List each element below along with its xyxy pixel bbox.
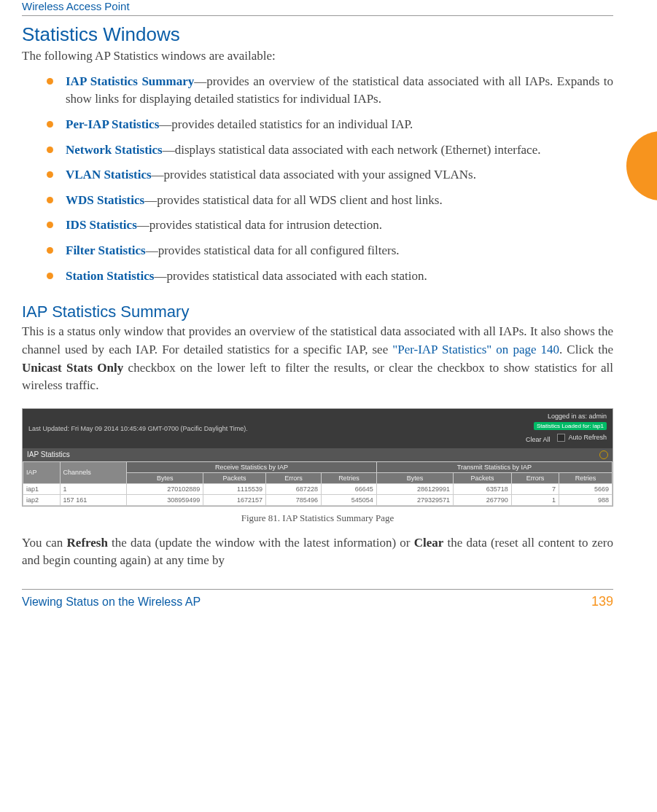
bullet-rest: —provides statistical data for all WDS c… [144, 193, 443, 207]
col-errors: Errors [265, 472, 321, 483]
para-text: the data (update the window with the lat… [108, 536, 414, 550]
section-title: Statistics Windows [22, 23, 613, 46]
list-item: IDS Statistics—provides statistical data… [47, 216, 613, 235]
bullet-term: Per-IAP Statistics [66, 117, 159, 131]
list-item: Station Statistics—provides statistical … [47, 268, 613, 286]
closing-paragraph: You can Refresh the data (update the win… [22, 534, 613, 570]
cell: iap2 [23, 494, 61, 505]
cell: 308959499 [127, 494, 203, 505]
cell: 270102889 [127, 483, 203, 494]
cell: 687228 [265, 483, 321, 494]
logged-in-label: Logged in as: admin [526, 412, 607, 422]
table-row: iap1 1 270102889 1115539 687228 66645 28… [23, 483, 613, 494]
cell: 157 161 [60, 494, 126, 505]
cell: 1 [60, 483, 126, 494]
panel-title: IAP Statistics [27, 450, 70, 458]
col-errors: Errors [511, 472, 559, 483]
stats-table: IAP Channels Receive Statistics by IAP T… [23, 461, 613, 506]
footer-section-name: Viewing Status on the Wireless AP [22, 596, 201, 609]
col-retries: Retries [321, 472, 376, 483]
last-updated-label: Last Updated: Fri May 09 2014 10:45:49 G… [28, 425, 248, 432]
cell: iap1 [23, 483, 61, 494]
cell: 7 [511, 483, 559, 494]
cell: 785496 [265, 494, 321, 505]
page-number: 139 [591, 594, 613, 609]
bullet-rest: —provides statistical data associated wi… [154, 269, 427, 283]
cell: 66645 [321, 483, 376, 494]
subsection-title: IAP Statistics Summary [22, 302, 613, 321]
cell: 1672157 [203, 494, 266, 505]
bullet-term: Station Statistics [66, 269, 154, 283]
gear-icon[interactable] [599, 450, 608, 459]
cross-ref-link[interactable]: "Per-IAP Statistics" on page 140 [392, 343, 559, 356]
subsection-paragraph: This is a status only window that provid… [22, 323, 613, 395]
col-bytes: Bytes [127, 472, 203, 483]
bullet-rest: —displays statistical data associated wi… [163, 143, 541, 157]
bullet-term: WDS Statistics [66, 193, 144, 207]
cell: 267790 [454, 494, 512, 505]
cell: 279329571 [376, 494, 453, 505]
bullet-term: IAP Statistics Summary [66, 74, 194, 88]
bullet-rest: —provides detailed statistics for an ind… [159, 117, 413, 131]
list-item: WDS Statistics—provides statistical data… [47, 192, 613, 210]
col-retries: Retries [559, 472, 612, 483]
cell: 545054 [321, 494, 376, 505]
side-tab-decoration [626, 131, 657, 200]
bold-term: Refresh [67, 536, 108, 550]
figure-caption: Figure 81. IAP Statistics Summary Page [22, 512, 613, 524]
col-channels: Channels [60, 461, 126, 483]
para-text: You can [22, 536, 67, 550]
bold-term: Clear [414, 536, 444, 550]
page-header: Wireless Access Point [22, 0, 613, 16]
col-group-rx: Receive Statistics by IAP [127, 461, 377, 472]
cell: 1115539 [203, 483, 266, 494]
list-item: IAP Statistics Summary—provides an overv… [47, 73, 613, 109]
para-text: . Click the [559, 343, 613, 356]
col-packets: Packets [454, 472, 512, 483]
clear-all-button[interactable]: Clear All [526, 436, 551, 443]
figure-screenshot: Last Updated: Fri May 09 2014 10:45:49 G… [22, 408, 613, 507]
list-item: Filter Statistics—provides statistical d… [47, 242, 613, 260]
bullet-list: IAP Statistics Summary—provides an overv… [22, 73, 613, 286]
col-group-tx: Transmit Statistics by IAP [376, 461, 612, 472]
bullet-rest: —provides statistical data for intrusion… [137, 218, 382, 232]
cell: 635718 [454, 483, 512, 494]
list-item: Per-IAP Statistics—provides detailed sta… [47, 116, 613, 134]
list-item: VLAN Statistics—provides statistical dat… [47, 166, 613, 184]
list-item: Network Statistics—displays statistical … [47, 141, 613, 160]
col-iap: IAP [23, 461, 61, 483]
table-row: iap2 157 161 308959499 1672157 785496 54… [23, 494, 613, 505]
col-packets: Packets [203, 472, 266, 483]
bullet-rest: —provides statistical data for all confi… [146, 243, 400, 257]
bullet-rest: —provides statistical data associated wi… [152, 168, 476, 181]
bullet-term: IDS Statistics [66, 218, 137, 232]
cell: 988 [559, 494, 612, 505]
cell: 286129991 [376, 483, 453, 494]
bold-term: Unicast Stats Only [22, 361, 123, 375]
stats-loaded-badge: Statistics Loaded for: iap1 [534, 422, 607, 430]
cell: 1 [511, 494, 559, 505]
bullet-term: Filter Statistics [66, 243, 146, 257]
bullet-term: Network Statistics [66, 143, 163, 157]
page-footer: Viewing Status on the Wireless AP 139 [22, 589, 613, 609]
col-bytes: Bytes [376, 472, 453, 483]
intro-text: The following AP Statistics windows are … [22, 47, 613, 66]
auto-refresh-label: Auto Refresh [568, 433, 607, 443]
bullet-term: VLAN Statistics [66, 168, 152, 181]
cell: 5669 [559, 483, 612, 494]
auto-refresh-checkbox[interactable] [557, 434, 565, 442]
